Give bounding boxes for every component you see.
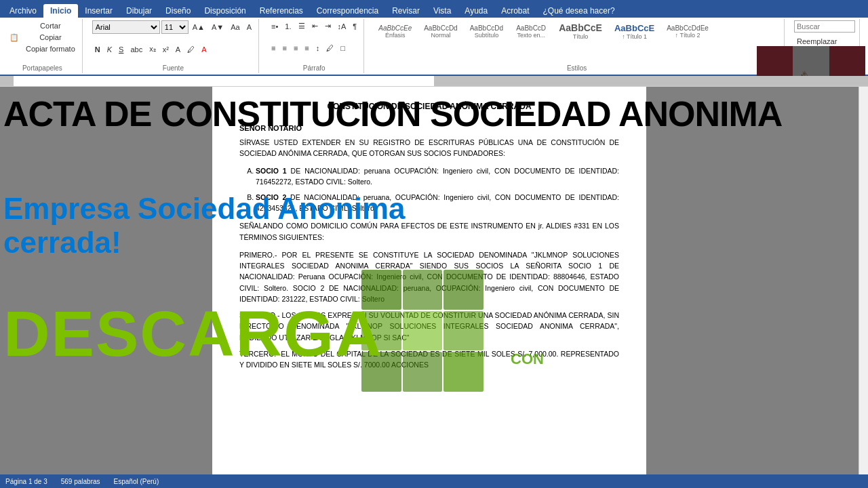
align-left-button[interactable]: ≡: [269, 43, 278, 54]
tab-inicio[interactable]: Inicio: [43, 4, 78, 18]
sort-button[interactable]: ↕A: [335, 21, 349, 32]
partner-1-text: DE NACIONALIDAD: peruana OCUPACIÓN: Inge…: [256, 167, 619, 186]
text-effects-button[interactable]: A: [173, 44, 183, 55]
group-fuente: Arial 11 A▲ A▼ Aa A N K S abc x₂ x² A 🖊 …: [88, 19, 259, 73]
align-right-button[interactable]: ≡: [291, 43, 300, 54]
shading-button[interactable]: 🖊: [323, 43, 336, 54]
document-page: CONSTITUCIÓN DE SOCIEDAD ANÓNIMA CERRADA…: [212, 87, 646, 474]
style-subtitulo[interactable]: AaBbCcDdSubtítulo: [465, 22, 508, 41]
estilos-label: Estilos: [374, 64, 780, 72]
change-case-button[interactable]: Aa: [228, 22, 242, 33]
highlight-button[interactable]: 🖊: [184, 44, 197, 55]
show-marks-button[interactable]: ¶: [350, 21, 359, 32]
doc-tercero: TERCERO.- EL MONTO DEL CAPITAL DE LA SOC…: [239, 348, 619, 371]
strikethrough-button[interactable]: abc: [127, 44, 145, 55]
font-name-select[interactable]: Arial: [92, 20, 160, 34]
partner-2-text: DE NACIONALIDAD: peruana, OCUPACIÓN: Ing…: [256, 193, 619, 212]
underline-button[interactable]: S: [116, 44, 126, 55]
para-row2: ≡ ≡ ≡ ≡ ↕ 🖊 □: [269, 43, 359, 54]
font-color-button[interactable]: A: [199, 44, 209, 55]
font-row2: N K S abc x₂ x² A 🖊 A: [92, 43, 254, 55]
replace-row: Reemplazar: [794, 36, 855, 47]
multilevel-button[interactable]: ☰: [296, 20, 308, 32]
tab-archivo[interactable]: Archivo: [3, 4, 43, 18]
style-titulo2[interactable]: AaBbCcDdEe↑ Título 2: [662, 22, 713, 41]
ribbon-tabs: Archivo Inicio Insertar Dibujar Diseño D…: [0, 0, 868, 18]
style-texto[interactable]: AaBbCcDTexto en...: [511, 22, 551, 41]
paste-row: 📋 Cortar Copiar Copiar formato: [7, 20, 78, 54]
watermark-con: CON: [511, 348, 544, 371]
status-bar: Página 1 de 3 569 palabras Español (Perú…: [0, 474, 868, 488]
doc-address: SEÑOR NOTARIO: [239, 123, 619, 134]
font-row1: Arial 11 A▲ A▼ Aa A: [92, 20, 254, 34]
increase-font-button[interactable]: A▲: [190, 22, 208, 33]
partner-1-label: SOCIO 1: [256, 167, 287, 175]
cut-button[interactable]: Cortar: [23, 20, 78, 31]
word-count: 569 palabras: [61, 478, 100, 485]
doc-intro: SÍRVASE USTED EXTENDER EN SU REGISTRO DE…: [239, 137, 619, 159]
doc-content: CONSTITUCIÓN DE SOCIEDAD ANÓNIMA CERRADA…: [239, 100, 619, 370]
doc-area: ACTA DE CONSTITUCION SOCIEDAD ANONIMA Em…: [0, 87, 868, 474]
bullets-button[interactable]: ≡•: [269, 21, 281, 32]
page-indicator: Página 1 de 3: [5, 478, 47, 485]
tab-search[interactable]: ¿Qué desea hacer?: [536, 4, 622, 18]
search-row: [794, 20, 855, 33]
doc-domicilio: SEÑALANDO COMO DOMICILIO COMÚN PARA EFEC…: [239, 220, 619, 243]
search-input[interactable]: [794, 20, 855, 33]
borders-button[interactable]: □: [338, 43, 348, 54]
tab-ayuda[interactable]: Ayuda: [458, 4, 494, 18]
tab-acrobat[interactable]: Acrobat: [494, 4, 536, 18]
style-enfasis[interactable]: AaBbCcEeÉnfasis: [374, 22, 416, 41]
tab-dibujar[interactable]: Dibujar: [119, 4, 159, 18]
group-portapapeles: 📋 Cortar Copiar Copiar formato Portapape…: [3, 19, 83, 73]
portapapeles-label: Portapapeles: [7, 64, 78, 72]
tab-referencias[interactable]: Referencias: [253, 4, 310, 18]
tab-insertar[interactable]: Insertar: [78, 4, 119, 18]
ruler-inner: [224, 76, 644, 86]
bold-button[interactable]: N: [92, 44, 103, 55]
ribbon-body: 📋 Cortar Copiar Copiar formato Portapape…: [0, 18, 868, 76]
ruler: [0, 76, 868, 87]
line-spacing-button[interactable]: ↕: [313, 43, 323, 54]
style-normal[interactable]: AaBbCcDdNormal: [419, 22, 462, 41]
tab-revisar[interactable]: Revisar: [385, 4, 427, 18]
numbering-button[interactable]: 1.: [282, 21, 294, 32]
style-titulo1[interactable]: AaBbCcE↑ Título 1: [610, 21, 659, 42]
partner-2-item: SOCIO 2 DE NACIONALIDAD: peruana, OCUPAC…: [256, 192, 619, 214]
decrease-indent-button[interactable]: ⇤: [309, 20, 321, 32]
language-indicator: Español (Perú): [114, 478, 159, 485]
tab-vista[interactable]: Vista: [427, 4, 458, 18]
partner-2-label: SOCIO 2: [256, 193, 286, 201]
justify-button[interactable]: ≡: [302, 43, 311, 54]
text-color-button[interactable]: A: [244, 22, 254, 33]
increase-indent-button[interactable]: ⇥: [322, 20, 334, 32]
partner-1-item: SOCIO 1 DE NACIONALIDAD: peruana OCUPACI…: [256, 165, 619, 188]
font-size-select[interactable]: 11: [161, 20, 189, 34]
scrollbar[interactable]: [859, 87, 868, 474]
superscript-button[interactable]: x²: [160, 44, 172, 55]
styles-row: AaBbCcEeÉnfasis AaBbCcDdNormal AaBbCcDdS…: [374, 20, 780, 42]
copy-button[interactable]: Copiar: [23, 32, 78, 43]
decrease-font-button[interactable]: A▼: [209, 22, 226, 33]
doc-primero: PRIMERO.- POR EL PRESENTE SE CONSTITUYE …: [239, 249, 619, 304]
fuente-label: Fuente: [92, 64, 254, 72]
copy-format-button[interactable]: Copiar formato: [23, 43, 78, 54]
style-titulo[interactable]: AaBbCcETítulo: [554, 20, 607, 42]
partners-list: SOCIO 1 DE NACIONALIDAD: peruana OCUPACI…: [239, 165, 619, 214]
replace-button[interactable]: Reemplazar: [794, 36, 840, 47]
overlay-line2: cerrada!: [3, 226, 121, 260]
ribbon: Archivo Inicio Insertar Dibujar Diseño D…: [0, 0, 868, 76]
group-parrafo: ≡• 1. ☰ ⇤ ⇥ ↕A ¶ ≡ ≡ ≡ ≡ ↕ 🖊 □ Párrafo: [264, 19, 364, 73]
align-center-button[interactable]: ≡: [279, 43, 289, 54]
parrafo-label: Párrafo: [269, 64, 359, 72]
para-row1: ≡• 1. ☰ ⇤ ⇥ ↕A ¶: [269, 20, 359, 32]
paste-button[interactable]: 📋: [7, 32, 22, 43]
tab-disposicion[interactable]: Disposición: [197, 4, 252, 18]
doc-segundo: SEGUNDO.- LOS SOCIOS EXPRESAN SU VOLUNTA…: [239, 310, 619, 343]
italic-button[interactable]: K: [104, 44, 115, 55]
doc-title: CONSTITUCIÓN DE SOCIEDAD ANÓNIMA CERRADA: [239, 100, 619, 113]
tab-correspondencia[interactable]: Correspondencia: [310, 4, 385, 18]
tab-diseno[interactable]: Diseño: [159, 4, 197, 18]
group-estilos: AaBbCcEeÉnfasis AaBbCcDdNormal AaBbCcDdS…: [370, 19, 785, 73]
subscript-button[interactable]: x₂: [146, 43, 159, 55]
